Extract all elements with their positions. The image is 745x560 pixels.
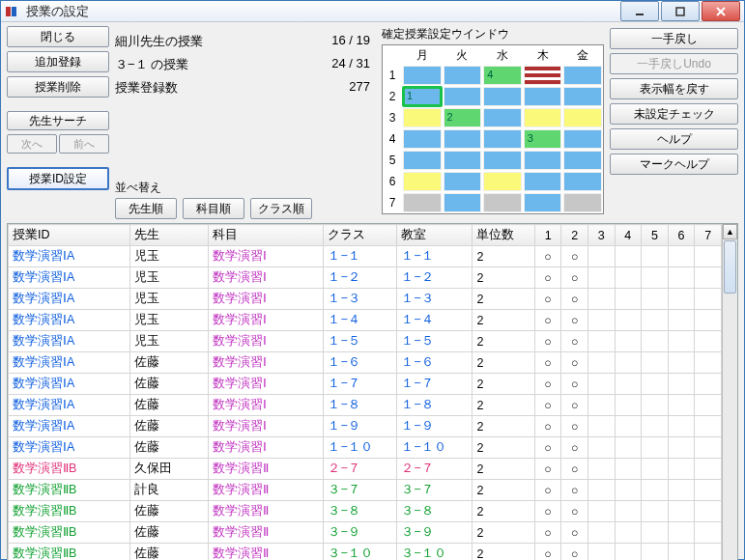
v-scrollbar[interactable]: ▲ ▼ [722,224,737,560]
sort-teacher-button[interactable]: 先生順 [115,198,177,219]
minimize-button[interactable] [620,1,659,21]
mark-cell[interactable] [668,289,695,310]
timetable-cell[interactable] [563,151,602,170]
timetable-cell[interactable] [524,193,562,212]
table-row[interactable]: 数学演習ⅠA佐藤数学演習Ⅰ１−７１−７2○○ [9,374,722,395]
timetable-cell[interactable] [444,87,482,106]
table-row[interactable]: 数学演習ⅠA児玉数学演習Ⅰ１−３１−３2○○ [9,289,722,310]
mark-cell[interactable] [668,544,695,561]
mark-cell[interactable] [695,544,722,561]
mark-cell[interactable] [587,352,615,374]
mark-cell[interactable] [695,437,722,459]
mark-cell[interactable]: ○ [561,544,588,561]
col-header[interactable]: 5 [642,225,669,246]
col-header[interactable]: 授業ID [9,225,130,246]
mark-cell[interactable] [642,289,669,310]
table-row[interactable]: 数学演習ⅠA佐藤数学演習Ⅰ１−９１−９2○○ [9,416,722,437]
mark-cell[interactable] [587,480,615,501]
col-header[interactable]: 科目 [208,225,324,246]
timetable-cell[interactable]: 2 [444,108,482,127]
timetable-cell[interactable] [483,87,522,106]
mark-cell[interactable] [695,501,722,522]
mark-cell[interactable] [587,331,615,352]
timetable-cell[interactable] [483,129,522,149]
table-row[interactable]: 数学演習ⅠA佐藤数学演習Ⅰ１−１０１−１０2○○ [9,437,722,459]
close-window-button[interactable] [702,1,740,21]
mark-cell[interactable]: ○ [534,522,561,544]
col-header[interactable]: 6 [668,225,695,246]
mark-cell[interactable] [668,480,695,501]
id-setting-button[interactable]: 授業ID設定 [7,167,109,190]
timetable-cell[interactable] [563,87,602,106]
mark-cell[interactable] [668,246,695,267]
mark-cell[interactable] [587,374,615,395]
mark-cell[interactable]: ○ [534,480,561,501]
mark-cell[interactable] [615,331,642,352]
v-scroll-thumb[interactable] [724,240,736,294]
timetable-cell[interactable] [403,151,442,170]
mark-cell[interactable] [615,374,642,395]
timetable-cell[interactable] [403,172,442,191]
sort-subject-button[interactable]: 科目順 [183,198,244,219]
table-scroll[interactable]: 授業ID先生科目クラス教室単位数1234567 数学演習ⅠA児玉数学演習Ⅰ１−１… [8,224,722,560]
mark-cell[interactable] [587,522,615,544]
mark-cell[interactable]: ○ [534,331,561,352]
timetable-cell[interactable] [483,151,522,170]
mark-cell[interactable] [695,459,722,480]
timetable-cell[interactable] [403,108,442,127]
mark-help-button[interactable]: マークヘルプ [610,154,738,175]
mark-cell[interactable]: ○ [534,459,561,480]
mark-cell[interactable]: ○ [534,416,561,437]
mark-cell[interactable] [695,480,722,501]
mark-cell[interactable]: ○ [534,246,561,267]
mark-cell[interactable] [642,310,669,331]
col-header[interactable]: 単位数 [473,225,534,246]
delete-button[interactable]: 授業削除 [7,76,109,98]
mark-cell[interactable] [695,352,722,374]
mark-cell[interactable] [668,310,695,331]
mark-cell[interactable] [642,374,669,395]
timetable-cell[interactable] [563,129,602,149]
mark-cell[interactable] [668,416,695,437]
timetable-cell[interactable] [403,193,442,212]
mark-cell[interactable]: ○ [561,480,588,501]
mark-cell[interactable] [668,501,695,522]
mark-cell[interactable] [615,501,642,522]
mark-cell[interactable]: ○ [534,437,561,459]
timetable-cell[interactable] [444,172,482,191]
mark-cell[interactable] [668,522,695,544]
titlebar[interactable]: 授業の設定 [1,1,744,22]
timetable-cell[interactable] [524,87,562,106]
mark-cell[interactable] [587,544,615,561]
table-row[interactable]: 数学演習ⅠA児玉数学演習Ⅰ１−５１−５2○○ [9,331,722,352]
timetable-cell[interactable] [563,66,602,85]
mark-cell[interactable] [615,267,642,289]
mark-cell[interactable] [642,501,669,522]
mark-cell[interactable] [695,331,722,352]
col-header[interactable]: 1 [534,225,561,246]
timetable-cell[interactable] [483,193,522,212]
mark-cell[interactable]: ○ [561,501,588,522]
table-row[interactable]: 数学演習ⅠA児玉数学演習Ⅰ１−４１−４2○○ [9,310,722,331]
col-header[interactable]: クラス [324,225,397,246]
close-button[interactable]: 閉じる [7,26,109,47]
timetable-cell[interactable] [524,108,562,127]
mark-cell[interactable] [695,310,722,331]
mark-cell[interactable] [668,267,695,289]
mark-cell[interactable] [615,480,642,501]
timetable-cell[interactable] [444,193,482,212]
check-unset-button[interactable]: 未設定チェック [610,103,738,125]
mark-cell[interactable]: ○ [534,395,561,416]
mark-cell[interactable] [615,416,642,437]
mark-cell[interactable] [587,459,615,480]
mark-cell[interactable]: ○ [534,310,561,331]
mark-cell[interactable]: ○ [561,310,588,331]
timetable-cell[interactable] [483,108,522,127]
mark-cell[interactable] [642,267,669,289]
timetable-cell[interactable] [563,108,602,127]
mark-cell[interactable]: ○ [534,289,561,310]
mark-cell[interactable] [642,416,669,437]
table-row[interactable]: 数学演習ⅠA児玉数学演習Ⅰ１−１１−１2○○ [9,246,722,267]
maximize-button[interactable] [661,1,700,21]
mark-cell[interactable] [695,374,722,395]
